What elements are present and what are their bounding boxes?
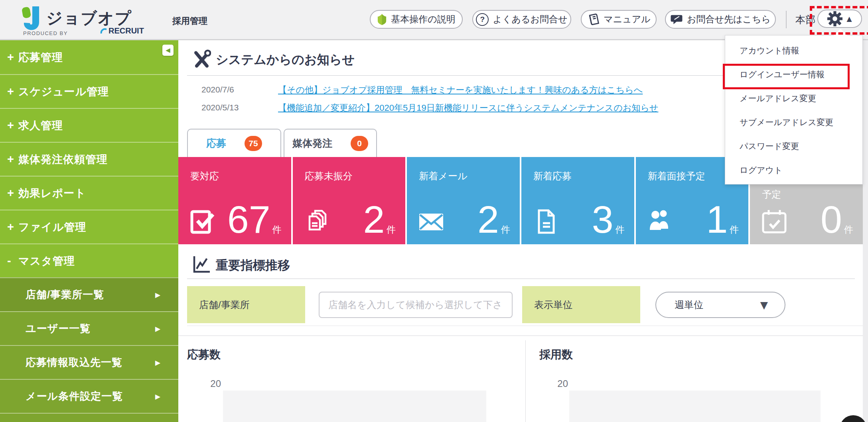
menu-item-login-user-info[interactable]: ログインユーザー情報 (725, 63, 862, 86)
sidebar-subitem-application-import-list[interactable]: 応募情報取込先一覧 ▶ (0, 345, 178, 379)
document-icon (533, 208, 559, 235)
card-unit: 件 (844, 224, 853, 235)
menu-item-change-password[interactable]: パスワード変更 (725, 134, 862, 158)
display-unit-select[interactable]: 週単位 ▼ (655, 292, 785, 318)
announcement-date: 2020/7/6 (201, 85, 234, 94)
display-unit-label: 表示単位 (522, 286, 640, 323)
arrow-right-icon: ▶ (155, 291, 160, 299)
tools-icon (192, 49, 211, 71)
display-unit-value: 週単位 (675, 298, 703, 311)
recruit-logo: RECRUIT (100, 26, 144, 35)
tab-applications[interactable]: 応募 75 (187, 129, 281, 157)
arrow-right-icon: ▶ (155, 359, 160, 367)
y-axis-tick: 20 (200, 378, 221, 389)
plus-icon: + (7, 153, 18, 166)
applications-chart-title: 応募数 (187, 347, 221, 362)
card-unit: 件 (501, 224, 510, 235)
sidebar: + 応募管理 + スケジュール管理 + 求人管理 + 媒体発注依頼管理 + 効果… (0, 40, 178, 422)
menu-item-change-sub-email[interactable]: サブメールアドレス変更 (725, 110, 862, 134)
app-screen: ジョブオプ 採用管理 PRODUCED BY RECRUIT 基本操作の説明 ?… (0, 0, 868, 422)
sidebar-item-master-management[interactable]: - マスタ管理 (0, 243, 178, 277)
sidebar-collapse-button[interactable]: ◀ (162, 45, 174, 56)
card-unit: 件 (730, 224, 739, 235)
settings-menu-button[interactable]: ▲ (817, 10, 862, 28)
app-title: ジョブオプ (46, 7, 132, 29)
arrow-right-icon: ▶ (155, 325, 160, 333)
y-axis-tick: 20 (547, 378, 568, 389)
produced-by-label: PRODUCED BY (23, 30, 68, 36)
stacked-documents-icon (304, 208, 330, 235)
card-value: 2 (477, 204, 499, 235)
announcement-link[interactable]: 【機能追加／変更紹介】2020年5月19日新機能リリースに伴うシステムメンテナン… (278, 102, 658, 114)
kpi-title: 重要指標推移 (216, 257, 290, 274)
menu-item-change-email[interactable]: メールアドレス変更 (725, 86, 862, 110)
sidebar-subitem-partial[interactable] (0, 413, 178, 422)
contact-button[interactable]: お問合せ先はこちら (665, 10, 776, 29)
card-value: 67 (227, 204, 270, 235)
card-value: 2 (363, 204, 385, 235)
plus-icon: + (7, 186, 18, 200)
arrow-left-icon: ◀ (166, 47, 170, 54)
manual-button[interactable]: マニュアル (581, 10, 657, 29)
people-icon (647, 208, 673, 235)
sidebar-item-effect-report[interactable]: + 効果レポート (0, 176, 178, 210)
card-value: 1 (706, 204, 728, 235)
plus-icon: + (7, 51, 18, 64)
sidebar-item-file-management[interactable]: + ファイル管理 (0, 210, 178, 243)
book-icon (587, 13, 600, 26)
card-new-applications[interactable]: 新着応募 3件 (521, 157, 636, 244)
app-subtitle: 採用管理 (172, 15, 207, 27)
envelope-icon (418, 208, 444, 235)
question-icon: ? (476, 13, 489, 26)
sidebar-subitem-mail-condition-list[interactable]: メール条件設定一覧 ▶ (0, 379, 178, 413)
tab-media-orders[interactable]: 媒体発注 0 (284, 129, 377, 157)
arrow-right-icon: ▶ (155, 393, 160, 400)
announcement-date: 2020/5/13 (201, 103, 239, 112)
plus-icon: + (7, 220, 18, 234)
chevron-up-icon: ▲ (846, 15, 852, 23)
gear-icon (827, 11, 842, 26)
scrollbar-track[interactable] (863, 40, 868, 422)
card-unit: 件 (387, 224, 396, 235)
sidebar-item-application-management[interactable]: + 応募管理 (0, 40, 178, 74)
store-filter-label: 店舗/事業所 (187, 286, 305, 323)
account-name: 本部 (795, 13, 815, 26)
store-name-input[interactable] (319, 292, 513, 318)
card-unit: 件 (272, 224, 282, 235)
divider (187, 279, 855, 279)
hires-chart-title: 採用数 (539, 347, 573, 362)
user-menu: アカウント情報 ログインユーザー情報 メールアドレス変更 サブメールアドレス変更… (725, 35, 863, 185)
calendar-check-icon (761, 208, 787, 235)
menu-item-account-info[interactable]: アカウント情報 (725, 39, 862, 63)
header: ジョブオプ 採用管理 PRODUCED BY RECRUIT 基本操作の説明 ?… (0, 0, 868, 40)
card-new-mail[interactable]: 新着メール 2件 (407, 157, 521, 244)
basic-operations-button[interactable]: 基本操作の説明 (370, 10, 463, 29)
announcement-link[interactable]: 【その他】ジョブオプ採用管理 無料セミナーを実施いたします！興味のある方はこちら… (278, 84, 643, 96)
card-value: 3 (592, 204, 614, 235)
sidebar-subitem-user-list[interactable]: ユーザー一覧 ▶ (0, 311, 178, 345)
sidebar-item-job-management[interactable]: + 求人管理 (0, 108, 178, 142)
hires-chart-plot-area (569, 391, 821, 422)
chat-icon (670, 14, 683, 25)
tab-badge: 0 (351, 136, 368, 151)
line-chart-icon (192, 255, 211, 276)
tab-badge: 75 (245, 136, 262, 151)
faq-button[interactable]: ? よくあるお問合せ (472, 10, 571, 29)
sidebar-subitem-store-list[interactable]: 店舗/事業所一覧 ▶ (0, 277, 178, 311)
divider (187, 326, 863, 326)
divider (178, 336, 863, 336)
card-needs-action[interactable]: 要対応 67件 (178, 157, 293, 244)
sidebar-item-media-order-management[interactable]: + 媒体発注依頼管理 (0, 142, 178, 176)
header-divider (786, 11, 787, 28)
applications-chart-plot-area (223, 391, 486, 422)
menu-item-logout[interactable]: ログアウト (725, 158, 862, 182)
announcements-title: システムからのお知らせ (216, 51, 355, 68)
card-unassigned-applications[interactable]: 応募未振分 2件 (293, 157, 407, 244)
checked-document-icon (189, 208, 216, 235)
chart-divider (525, 340, 526, 422)
sidebar-item-schedule-management[interactable]: + スケジュール管理 (0, 74, 178, 108)
beginner-icon (377, 13, 387, 26)
plus-icon: + (7, 85, 18, 98)
menu-notch (834, 29, 847, 35)
recruit-mark-icon (100, 27, 108, 35)
